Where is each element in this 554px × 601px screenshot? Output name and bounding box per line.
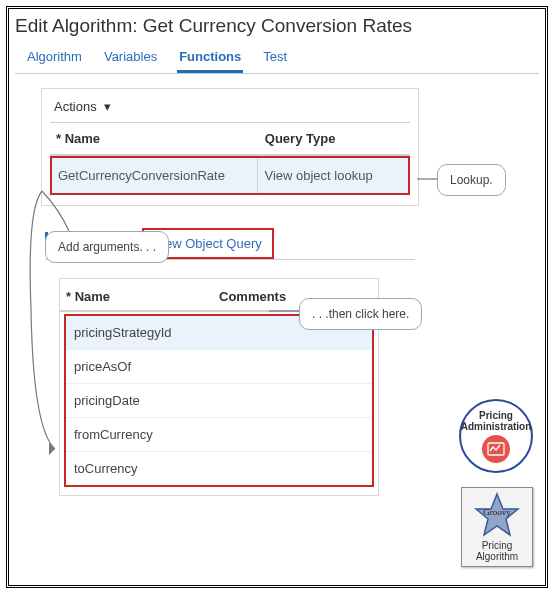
star-icon: Groovy [474,492,520,538]
col-header-query-type: Query Type [259,123,410,154]
pricing-admin-icon [482,435,510,463]
badge-pricing-algorithm: Groovy Pricing Algorithm [461,487,533,567]
badge-label: Pricing [464,540,530,551]
callout-lookup: Lookup. [437,164,506,196]
arguments-list: pricingStrategyId priceAsOf pricingDate … [64,314,374,487]
tab-test[interactable]: Test [261,43,289,73]
functions-panel: Actions ▾ * Name Query Type GetCurrencyC… [41,88,419,206]
callout-add-arguments: Add arguments. . . [45,231,169,263]
tab-variables[interactable]: Variables [102,43,159,73]
svg-text:Groovy: Groovy [483,507,511,517]
arg-row[interactable]: priceAsOf [66,350,372,384]
tab-algorithm[interactable]: Algorithm [25,43,84,73]
function-type-cell: View object lookup [258,158,408,193]
args-col-name: * Name [66,289,219,304]
arg-row[interactable]: fromCurrency [66,418,372,452]
col-header-name: * Name [50,123,259,154]
caret-down-icon: ▾ [104,99,111,114]
callout-then-click: . . .then click here. [299,298,422,330]
page-title: Edit Algorithm: Get Currency Conversion … [15,15,539,37]
function-name-cell: GetCurrencyConversionRate [52,158,258,193]
actions-label: Actions [54,99,97,114]
tab-functions[interactable]: Functions [177,43,243,73]
functions-table-header: * Name Query Type [50,122,410,156]
function-row[interactable]: GetCurrencyConversionRate View object lo… [50,156,410,195]
main-tab-bar: Algorithm Variables Functions Test [15,43,539,74]
actions-menu[interactable]: Actions ▾ [50,97,410,122]
badge-label: Administration [461,421,532,432]
badge-label: Algorithm [464,551,530,562]
arg-row[interactable]: pricingDate [66,384,372,418]
arg-row[interactable]: toCurrency [66,452,372,485]
badge-label: Pricing [479,410,513,421]
badge-pricing-administration: Pricing Administration [459,399,533,473]
svg-marker-0 [49,443,55,455]
